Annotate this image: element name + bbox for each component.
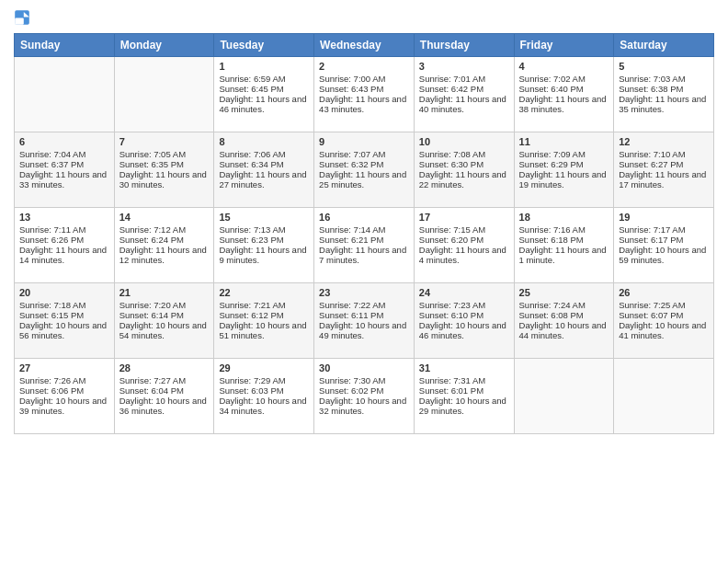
day-number: 1 xyxy=(219,61,309,72)
sunrise-text: Sunrise: 6:59 AM xyxy=(219,74,309,84)
sunrise-text: Sunrise: 7:29 AM xyxy=(219,375,309,385)
sunset-text: Sunset: 6:20 PM xyxy=(419,235,509,245)
calendar-cell: 18Sunrise: 7:16 AMSunset: 6:18 PMDayligh… xyxy=(514,208,614,283)
calendar-cell: 11Sunrise: 7:09 AMSunset: 6:29 PMDayligh… xyxy=(514,132,614,208)
calendar-cell: 29Sunrise: 7:29 AMSunset: 6:03 PMDayligh… xyxy=(214,359,314,434)
calendar-cell: 16Sunrise: 7:14 AMSunset: 6:21 PMDayligh… xyxy=(314,208,415,283)
day-header-monday: Monday xyxy=(114,34,214,57)
sunset-text: Sunset: 6:06 PM xyxy=(19,385,109,396)
sunset-text: Sunset: 6:12 PM xyxy=(219,310,309,320)
sunrise-text: Sunrise: 7:15 AM xyxy=(419,224,509,235)
daylight-text: Daylight: 10 hours and 51 minutes. xyxy=(219,320,309,340)
daylight-text: Daylight: 11 hours and 30 minutes. xyxy=(119,169,210,190)
daylight-text: Daylight: 11 hours and 40 minutes. xyxy=(419,94,509,114)
calendar-cell xyxy=(114,57,214,132)
day-header-thursday: Thursday xyxy=(414,34,514,57)
calendar-cell: 5Sunrise: 7:03 AMSunset: 6:38 PMDaylight… xyxy=(614,57,714,132)
day-number: 9 xyxy=(319,136,409,147)
sunrise-text: Sunrise: 7:17 AM xyxy=(619,224,709,235)
sunset-text: Sunset: 6:35 PM xyxy=(119,159,210,169)
calendar-week-row: 13Sunrise: 7:11 AMSunset: 6:26 PMDayligh… xyxy=(15,208,714,283)
daylight-text: Daylight: 11 hours and 9 minutes. xyxy=(219,245,309,265)
calendar-cell xyxy=(15,57,115,132)
calendar-header-row: SundayMondayTuesdayWednesdayThursdayFrid… xyxy=(15,34,714,57)
day-number: 17 xyxy=(419,212,509,223)
day-number: 28 xyxy=(119,362,210,373)
sunrise-text: Sunrise: 7:13 AM xyxy=(219,224,309,235)
calendar-cell: 28Sunrise: 7:27 AMSunset: 6:04 PMDayligh… xyxy=(114,359,214,434)
sunset-text: Sunset: 6:37 PM xyxy=(19,159,109,169)
sunrise-text: Sunrise: 7:25 AM xyxy=(619,300,709,310)
daylight-text: Daylight: 11 hours and 12 minutes. xyxy=(119,245,210,265)
calendar-cell: 1Sunrise: 6:59 AMSunset: 6:45 PMDaylight… xyxy=(214,57,314,132)
sunset-text: Sunset: 6:27 PM xyxy=(619,159,709,169)
daylight-text: Daylight: 11 hours and 43 minutes. xyxy=(319,94,409,114)
day-number: 29 xyxy=(219,362,309,373)
day-number: 27 xyxy=(19,362,109,373)
calendar-week-row: 27Sunrise: 7:26 AMSunset: 6:06 PMDayligh… xyxy=(15,359,714,434)
sunset-text: Sunset: 6:11 PM xyxy=(319,310,409,320)
daylight-text: Daylight: 10 hours and 36 minutes. xyxy=(119,396,210,416)
sunrise-text: Sunrise: 7:11 AM xyxy=(19,224,109,235)
day-number: 23 xyxy=(319,287,409,298)
calendar-cell: 10Sunrise: 7:08 AMSunset: 6:30 PMDayligh… xyxy=(414,132,514,208)
calendar-cell: 8Sunrise: 7:06 AMSunset: 6:34 PMDaylight… xyxy=(214,132,314,208)
calendar-cell: 17Sunrise: 7:15 AMSunset: 6:20 PMDayligh… xyxy=(414,208,514,283)
day-header-tuesday: Tuesday xyxy=(214,34,314,57)
daylight-text: Daylight: 10 hours and 39 minutes. xyxy=(19,396,109,416)
calendar-cell: 7Sunrise: 7:05 AMSunset: 6:35 PMDaylight… xyxy=(114,132,214,208)
daylight-text: Daylight: 11 hours and 17 minutes. xyxy=(619,169,709,190)
sunrise-text: Sunrise: 7:10 AM xyxy=(619,149,709,159)
calendar-cell: 13Sunrise: 7:11 AMSunset: 6:26 PMDayligh… xyxy=(15,208,115,283)
sunset-text: Sunset: 6:24 PM xyxy=(119,235,210,245)
day-header-saturday: Saturday xyxy=(614,34,714,57)
day-number: 22 xyxy=(219,287,309,298)
day-number: 24 xyxy=(419,287,509,298)
day-number: 5 xyxy=(619,61,709,72)
calendar-cell: 6Sunrise: 7:04 AMSunset: 6:37 PMDaylight… xyxy=(15,132,115,208)
daylight-text: Daylight: 10 hours and 29 minutes. xyxy=(419,396,509,416)
daylight-text: Daylight: 11 hours and 22 minutes. xyxy=(419,169,509,190)
daylight-text: Daylight: 11 hours and 46 minutes. xyxy=(219,94,309,114)
calendar-cell xyxy=(514,359,614,434)
logo-icon xyxy=(14,9,30,26)
sunrise-text: Sunrise: 7:16 AM xyxy=(519,224,609,235)
calendar-table: SundayMondayTuesdayWednesdayThursdayFrid… xyxy=(14,33,714,434)
day-number: 15 xyxy=(219,212,309,223)
calendar-cell: 3Sunrise: 7:01 AMSunset: 6:42 PMDaylight… xyxy=(414,57,514,132)
day-number: 16 xyxy=(319,212,409,223)
calendar-cell: 26Sunrise: 7:25 AMSunset: 6:07 PMDayligh… xyxy=(614,283,714,359)
daylight-text: Daylight: 10 hours and 56 minutes. xyxy=(19,320,109,340)
sunset-text: Sunset: 6:45 PM xyxy=(219,84,309,94)
sunrise-text: Sunrise: 7:26 AM xyxy=(19,375,109,385)
calendar-cell: 15Sunrise: 7:13 AMSunset: 6:23 PMDayligh… xyxy=(214,208,314,283)
calendar-cell: 2Sunrise: 7:00 AMSunset: 6:43 PMDaylight… xyxy=(314,57,415,132)
daylight-text: Daylight: 11 hours and 7 minutes. xyxy=(319,245,409,265)
sunrise-text: Sunrise: 7:06 AM xyxy=(219,149,309,159)
daylight-text: Daylight: 11 hours and 33 minutes. xyxy=(19,169,109,190)
sunset-text: Sunset: 6:15 PM xyxy=(19,310,109,320)
daylight-text: Daylight: 10 hours and 32 minutes. xyxy=(319,396,409,416)
sunrise-text: Sunrise: 7:23 AM xyxy=(419,300,509,310)
calendar-week-row: 1Sunrise: 6:59 AMSunset: 6:45 PMDaylight… xyxy=(15,57,714,132)
day-number: 11 xyxy=(519,136,609,147)
daylight-text: Daylight: 11 hours and 14 minutes. xyxy=(19,245,109,265)
calendar-cell: 27Sunrise: 7:26 AMSunset: 6:06 PMDayligh… xyxy=(15,359,115,434)
sunset-text: Sunset: 6:34 PM xyxy=(219,159,309,169)
daylight-text: Daylight: 11 hours and 25 minutes. xyxy=(319,169,409,190)
day-number: 7 xyxy=(119,136,210,147)
calendar-cell: 12Sunrise: 7:10 AMSunset: 6:27 PMDayligh… xyxy=(614,132,714,208)
calendar-cell: 20Sunrise: 7:18 AMSunset: 6:15 PMDayligh… xyxy=(15,283,115,359)
calendar-cell: 19Sunrise: 7:17 AMSunset: 6:17 PMDayligh… xyxy=(614,208,714,283)
sunrise-text: Sunrise: 7:22 AM xyxy=(319,300,409,310)
sunrise-text: Sunrise: 7:12 AM xyxy=(119,224,210,235)
sunset-text: Sunset: 6:02 PM xyxy=(319,385,409,396)
sunset-text: Sunset: 6:14 PM xyxy=(119,310,210,320)
day-number: 13 xyxy=(19,212,109,223)
sunset-text: Sunset: 6:10 PM xyxy=(419,310,509,320)
logo xyxy=(14,9,32,26)
daylight-text: Daylight: 11 hours and 27 minutes. xyxy=(219,169,309,190)
calendar-week-row: 20Sunrise: 7:18 AMSunset: 6:15 PMDayligh… xyxy=(15,283,714,359)
sunset-text: Sunset: 6:03 PM xyxy=(219,385,309,396)
sunrise-text: Sunrise: 7:21 AM xyxy=(219,300,309,310)
